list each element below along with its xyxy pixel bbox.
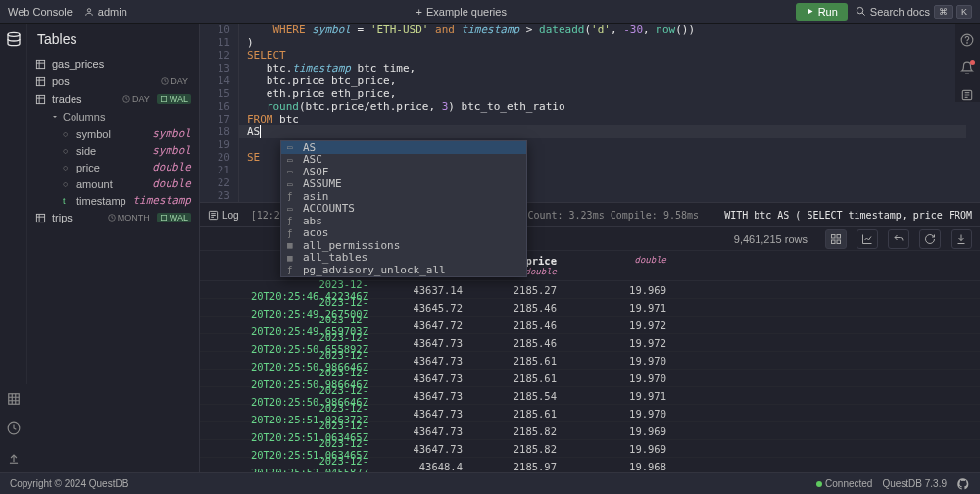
news-icon[interactable] <box>960 88 974 102</box>
column-type-icon: ○ <box>63 146 71 156</box>
ac-kind-icon: ƒ <box>287 191 297 201</box>
right-rail <box>955 24 980 102</box>
example-queries-label: Example queries <box>426 6 507 18</box>
log-tab[interactable]: Log <box>208 210 239 221</box>
console-label[interactable]: Web Console <box>8 6 73 18</box>
example-queries-button[interactable]: + Example queries <box>416 6 507 18</box>
ac-kind-icon: ▭ <box>287 204 297 214</box>
refresh-button[interactable] <box>919 229 941 249</box>
autocomplete-popup[interactable]: ▭AS▭ASC▭ASOF▭ASSUMEƒasin▭ACCOUNTSƒabsƒac… <box>280 140 527 277</box>
svg-rect-14 <box>837 234 841 238</box>
ac-kind-icon: ▦ <box>287 240 297 250</box>
column-item-side[interactable]: ○sidesymbol <box>27 142 199 159</box>
table-cell: 43647.73 <box>376 386 470 406</box>
back-button[interactable] <box>888 229 909 249</box>
svg-point-2 <box>8 32 20 36</box>
table-cell: 19.969 <box>564 439 674 459</box>
version-label[interactable]: QuestDB 7.3.9 <box>882 478 947 489</box>
grid-view-button[interactable] <box>825 229 847 249</box>
column-type-icon: ○ <box>63 179 71 189</box>
table-item-gas_prices[interactable]: gas_prices <box>27 55 199 73</box>
ac-kind-icon: ▭ <box>287 167 297 176</box>
notifications-icon[interactable] <box>960 61 974 74</box>
column-type: symbol <box>152 127 191 140</box>
github-icon[interactable] <box>956 477 970 491</box>
search-docs[interactable]: Search docs ⌘ K <box>856 5 972 19</box>
table-icon <box>35 76 46 87</box>
autocomplete-item[interactable]: ƒpg_advisory_unlock_all <box>281 264 526 276</box>
column-item-symbol[interactable]: ○symbolsymbol <box>27 125 199 142</box>
table-cell: 2185.82 <box>470 421 564 441</box>
autocomplete-item[interactable]: ▭ASC <box>281 154 526 167</box>
table-cell: 19.971 <box>564 298 674 318</box>
column-type-icon: ○ <box>63 129 71 139</box>
table-cell: 19.970 <box>564 351 674 370</box>
autocomplete-item[interactable]: ▭AS <box>281 141 526 154</box>
chart-view-button[interactable] <box>857 229 878 249</box>
play-icon <box>806 7 814 16</box>
ac-kind-icon: ƒ <box>287 216 297 225</box>
column-type-icon: t <box>63 196 71 206</box>
badge-wal: WAL <box>157 213 191 222</box>
table-cell: 43637.14 <box>376 280 470 300</box>
svg-rect-3 <box>36 60 44 68</box>
table-cell: 19.970 <box>564 369 674 388</box>
chevron-down-icon <box>51 113 59 121</box>
line-gutter: 1011121314151617181920212223 <box>200 24 239 202</box>
table-cell: 19.969 <box>564 280 674 300</box>
plus-icon: + <box>416 6 422 18</box>
autocomplete-item[interactable]: ƒabs <box>281 215 526 227</box>
column-item-price[interactable]: ○pricedouble <box>27 159 199 175</box>
help-icon[interactable] <box>960 33 974 47</box>
upload-icon[interactable] <box>7 451 21 465</box>
results-table[interactable]: btc_timetimestampbtc_pricedoubleeth_pric… <box>200 251 980 482</box>
column-type: symbol <box>152 144 191 157</box>
table-cell: 43647.73 <box>376 421 470 441</box>
table-cell: 2185.54 <box>470 386 564 406</box>
ac-label: ASC <box>303 153 322 166</box>
table-icon <box>35 213 46 223</box>
column-name: price <box>76 162 100 173</box>
autocomplete-item[interactable]: ▦all_tables <box>281 252 526 265</box>
table-item-trips[interactable]: trips MONTH WAL <box>27 209 199 226</box>
svg-point-18 <box>967 43 968 44</box>
autocomplete-item[interactable]: ▭ASSUME <box>281 178 526 191</box>
table-cell: 2185.27 <box>470 280 564 300</box>
ac-kind-icon: ƒ <box>287 265 297 274</box>
database-icon[interactable] <box>6 31 22 47</box>
autocomplete-item[interactable]: ▦all_permissions <box>281 239 526 252</box>
autocomplete-item[interactable]: ƒacos <box>281 227 526 240</box>
clock-icon[interactable] <box>7 421 21 435</box>
svg-rect-8 <box>161 96 166 101</box>
column-item-timestamp[interactable]: ttimestamptimestamp <box>27 192 199 209</box>
autocomplete-item[interactable]: ƒasin <box>281 190 526 203</box>
table-cell: 43647.73 <box>376 404 470 423</box>
log-label: Log <box>222 210 239 221</box>
user-menu[interactable]: admin <box>84 6 127 18</box>
column-name: side <box>76 145 96 157</box>
svg-rect-20 <box>9 394 20 405</box>
run-button[interactable]: Run <box>796 3 848 21</box>
svg-rect-4 <box>36 77 44 85</box>
column-header-col3[interactable]: double <box>564 251 674 280</box>
table-cell: 43647.73 <box>376 351 470 370</box>
columns-header[interactable]: Columns <box>27 108 199 125</box>
autocomplete-item[interactable]: ▭ACCOUNTS <box>281 203 526 216</box>
download-button[interactable] <box>951 229 972 249</box>
table-item-trades[interactable]: trades DAY WAL <box>27 90 199 108</box>
kbd-cmd: ⌘ <box>934 5 953 19</box>
ac-label: ACCOUNTS <box>303 202 355 215</box>
column-item-amount[interactable]: ○amountdouble <box>27 175 199 192</box>
svg-rect-11 <box>161 215 166 220</box>
svg-rect-6 <box>36 95 44 103</box>
autocomplete-item[interactable]: ▭ASOF <box>281 166 526 178</box>
ac-label: ASSUME <box>303 177 342 190</box>
ac-kind-icon: ▭ <box>287 179 297 189</box>
svg-rect-13 <box>832 234 836 238</box>
table-item-pos[interactable]: pos DAY <box>27 73 199 90</box>
table-icon[interactable] <box>7 392 21 406</box>
table-cell: 43647.73 <box>376 369 470 388</box>
ac-label: pg_advisory_unlock_all <box>303 264 446 276</box>
ac-label: all_tables <box>303 251 368 264</box>
svg-point-1 <box>857 7 862 13</box>
